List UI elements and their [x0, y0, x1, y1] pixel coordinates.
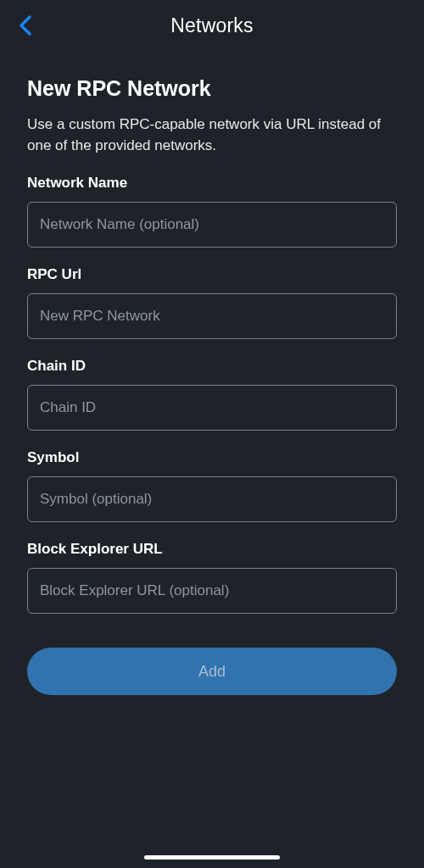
page-title: New RPC Network	[27, 76, 397, 101]
symbol-label: Symbol	[27, 449, 397, 466]
home-indicator[interactable]	[144, 855, 280, 860]
block-explorer-url-input[interactable]	[27, 568, 397, 614]
chain-id-input[interactable]	[27, 385, 397, 431]
chain-id-label: Chain ID	[27, 358, 397, 375]
symbol-input[interactable]	[27, 476, 397, 522]
field-chain-id: Chain ID	[27, 358, 397, 431]
rpc-url-input[interactable]	[27, 293, 397, 339]
add-button[interactable]: Add	[27, 648, 397, 695]
field-network-name: Network Name	[27, 175, 397, 248]
back-icon[interactable]	[15, 15, 36, 36]
field-rpc-url: RPC Url	[27, 266, 397, 339]
block-explorer-url-label: Block Explorer URL	[27, 541, 397, 558]
network-name-label: Network Name	[27, 175, 397, 192]
field-symbol: Symbol	[27, 449, 397, 522]
page-description: Use a custom RPC-capable network via URL…	[27, 114, 397, 156]
network-name-input[interactable]	[27, 202, 397, 248]
content: New RPC Network Use a custom RPC-capable…	[0, 51, 424, 695]
rpc-url-label: RPC Url	[27, 266, 397, 283]
header-title: Networks	[170, 14, 253, 37]
field-block-explorer-url: Block Explorer URL	[27, 541, 397, 614]
header: Networks	[0, 0, 424, 51]
